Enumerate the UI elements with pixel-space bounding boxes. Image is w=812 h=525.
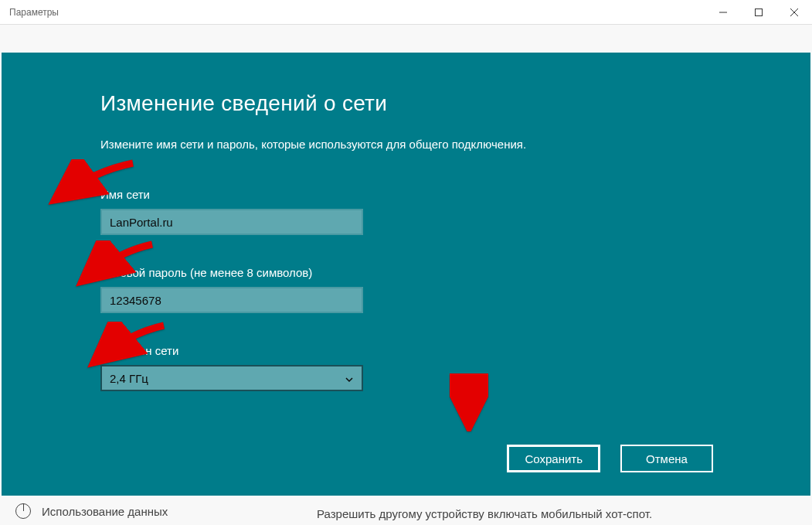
dialog-title: Изменение сведений о сети xyxy=(100,91,810,116)
chevron-down-icon xyxy=(345,373,354,383)
svg-rect-1 xyxy=(756,9,763,16)
password-input[interactable] xyxy=(100,287,363,313)
dialog-buttons: Сохранить Отмена xyxy=(507,445,713,472)
titlebar: Параметры xyxy=(0,0,812,25)
hotspot-permission-text: Разрешить другому устройству включать мо… xyxy=(317,507,797,520)
maximize-icon xyxy=(755,9,763,16)
window-controls xyxy=(705,0,812,25)
edit-network-dialog: Изменение сведений о сети Измените имя с… xyxy=(2,53,810,496)
dialog-subtitle: Измените имя сети и пароль, которые испо… xyxy=(100,138,810,151)
network-name-label: Имя сети xyxy=(100,188,810,201)
save-button[interactable]: Сохранить xyxy=(507,445,600,472)
maximize-button[interactable] xyxy=(741,0,776,25)
close-button[interactable] xyxy=(776,0,812,25)
band-value: 2,4 ГГц xyxy=(110,372,148,385)
minimize-icon xyxy=(719,9,727,16)
network-name-group: Имя сети xyxy=(100,188,810,235)
password-label: Сетевой пароль (не менее 8 символов) xyxy=(100,266,810,279)
data-usage-label: Использование данных xyxy=(42,505,168,518)
data-usage-nav[interactable]: Использование данных xyxy=(15,503,168,519)
band-group: Диапазон сети 2,4 ГГц xyxy=(100,344,810,391)
window-title: Параметры xyxy=(9,7,59,18)
cancel-button[interactable]: Отмена xyxy=(620,445,713,472)
network-name-input[interactable] xyxy=(100,209,363,235)
password-group: Сетевой пароль (не менее 8 символов) xyxy=(100,266,810,313)
data-usage-icon xyxy=(15,503,31,519)
close-icon xyxy=(790,9,798,16)
minimize-button[interactable] xyxy=(705,0,741,25)
band-label: Диапазон сети xyxy=(100,344,810,357)
band-select[interactable]: 2,4 ГГц xyxy=(100,365,363,391)
